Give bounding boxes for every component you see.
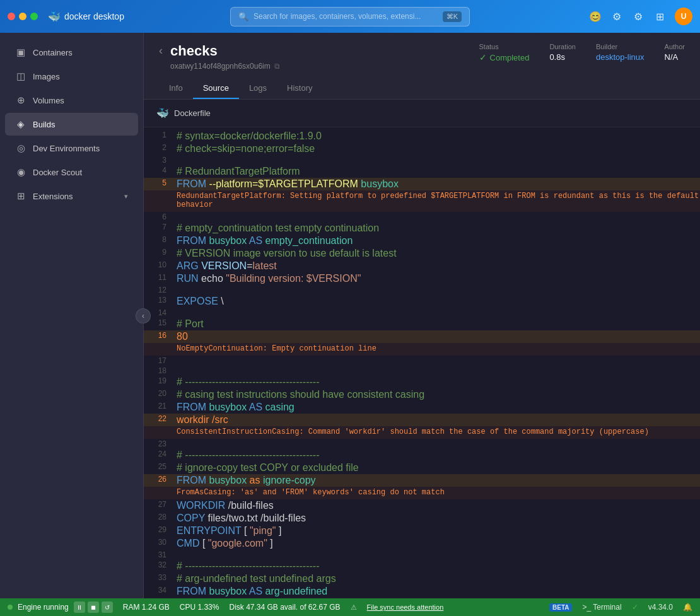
sidebar-label-extensions: Extensions [33,192,118,201]
builder-link[interactable]: desktop-linux [596,52,645,62]
code-line-20: 20 # casing test instructions should hav… [144,388,700,401]
error-line-5: RedundantTargetPlatform: Setting platfor… [144,190,700,212]
build-title: checks [170,43,479,59]
extensions-icon[interactable]: ⚙ [610,10,623,23]
code-line-10: 10 ARG VERSION=latest [144,260,700,272]
extensions-sidebar-icon: ⊞ [15,190,26,202]
tab-info[interactable]: Info [159,78,193,99]
minimize-button[interactable] [19,13,26,20]
sidebar-label-scout: Docker Scout [33,168,128,177]
settings-icon[interactable]: ⚙ [632,10,645,23]
sidebar-item-builds[interactable]: ◈ Builds [5,113,138,136]
traffic-lights [8,13,38,20]
support-icon[interactable]: 😊 [589,10,602,23]
code-line-28: 28 COPY files/two.txt /build-files [144,512,700,525]
code-line-27: 27 WORKDIR /build-files [144,499,700,512]
search-bar[interactable]: 🔍 Search for images, containers, volumes… [230,7,470,26]
app-logo: 🐳 docker desktop [48,11,124,23]
statusbar: Engine running ⏸ ⏹ ↺ RAM 1.24 GB CPU 1.3… [0,598,700,616]
code-line-32: 32 # -----------------------------------… [144,560,700,572]
terminal-button[interactable]: >_ Terminal [582,603,621,612]
code-line-19: 19 # -----------------------------------… [144,376,700,388]
status-group: Status ✓ Completed [479,43,530,62]
sync-label[interactable]: File sync needs attention [367,603,444,611]
code-line-31: 31 [144,550,700,560]
error-line-22: ConsistentInstructionCasing: Command 'wo… [144,426,700,439]
sidebar-collapse-button[interactable]: ‹ [136,308,151,323]
code-line-7: 7 # empty_continuation test empty contin… [144,222,700,235]
stop-button[interactable]: ⏹ [88,601,99,613]
back-button[interactable]: ‹ [159,44,163,57]
statusbar-right: BETA >_ Terminal ✓ v4.34.0 🔔 [549,603,692,612]
notification-icon[interactable]: 🔔 [683,603,692,612]
code-line-21: 21 FROM busybox AS casing [144,401,700,414]
sidebar-item-volumes[interactable]: ⊕ Volumes [5,89,138,112]
content-header: ‹ checks oxatwy114of48gpnh6sx0u6im ⧉ Sta… [144,33,700,100]
sidebar-item-dev-environments[interactable]: ◎ Dev Environments [5,137,138,160]
code-line-33: 33 # arg-undefined test undefined args [144,572,700,585]
beta-badge: BETA [549,603,572,612]
engine-status-dot [8,605,13,610]
dockerfile-header: 🐳 Dockerfile [144,100,700,127]
header-top: ‹ checks oxatwy114of48gpnh6sx0u6im ⧉ Sta… [159,43,685,71]
pause-button[interactable]: ⏸ [74,601,85,613]
avatar[interactable]: U [675,8,692,25]
build-id: oxatwy114of48gpnh6sx0u6im ⧉ [170,62,479,71]
whale-icon: 🐳 [156,107,169,119]
code-line-17: 17 [144,356,700,366]
search-icon: 🔍 [238,12,248,21]
code-line-5: 5 FROM --platform=$TARGETPLATFORM busybo… [144,178,700,190]
source-area: 🐳 Dockerfile 1 # syntax=docker/dockerfil… [144,100,700,598]
code-container[interactable]: 1 # syntax=docker/dockerfile:1.9.0 2 # c… [144,127,700,598]
code-line-23: 23 [144,439,700,449]
code-line-22: 22 workdir /src [144,414,700,426]
close-button[interactable] [8,13,15,20]
code-line-15: 15 # Port [144,318,700,330]
sidebar-item-docker-scout[interactable]: ◉ Docker Scout [5,161,138,183]
code-line-2: 2 # check=skip=none;error=false [144,142,700,155]
code-line-3: 3 [144,155,700,165]
images-icon: ◫ [15,71,26,82]
check-icon: ✓ [479,52,487,62]
restart-button[interactable]: ↺ [102,601,113,613]
tab-source[interactable]: Source [193,78,239,99]
sidebar: ▣ Containers ◫ Images ⊕ Volumes ◈ Builds… [0,33,144,598]
builder-group: Builder desktop-linux [596,43,645,62]
grid-icon[interactable]: ⊞ [653,10,666,23]
code-line-13: 13 EXPOSE \ [144,295,700,308]
cpu-label: CPU 1.33% [180,603,219,612]
code-line-9: 9 # VERSION image version to use default… [144,247,700,260]
code-line-29: 29 ENTRYPOINT [ "ping" ] [144,525,700,537]
code-line-11: 11 RUN echo "Building version: $VERSION" [144,272,700,285]
copy-icon[interactable]: ⧉ [274,62,280,71]
code-line-34: 34 FROM busybox AS arg-undefined [144,585,700,598]
volumes-icon: ⊕ [15,95,26,106]
search-kbd: ⌘K [443,11,462,22]
header-info: checks oxatwy114of48gpnh6sx0u6im ⧉ [170,43,479,71]
code-line-25: 25 # ignore-copy test COPY or excluded f… [144,462,700,474]
version-ok-icon: ✓ [632,603,638,612]
sidebar-label-builds: Builds [33,120,128,129]
code-line-8: 8 FROM busybox AS empty_continuation [144,235,700,247]
code-lines: 1 # syntax=docker/dockerfile:1.9.0 2 # c… [144,127,700,598]
builds-icon: ◈ [15,119,26,130]
maximize-button[interactable] [30,13,38,20]
dev-env-icon: ◎ [15,142,26,154]
sidebar-label-images: Images [33,72,128,81]
sidebar-item-images[interactable]: ◫ Images [5,65,138,88]
code-line-24: 24 # -----------------------------------… [144,449,700,462]
version-label: v4.34.0 [648,603,673,612]
engine-controls: ⏸ ⏹ ↺ [74,601,113,613]
code-line-4: 4 # RedundantTargetPlatform [144,165,700,178]
tab-logs[interactable]: Logs [239,78,277,99]
status-completed: ✓ Completed [479,52,530,62]
titlebar-actions: 😊 ⚙ ⚙ ⊞ U [589,8,692,25]
sidebar-item-extensions[interactable]: ⊞ Extensions ▾ [5,185,138,207]
sidebar-item-containers[interactable]: ▣ Containers [5,41,138,64]
tab-history[interactable]: History [277,78,322,99]
author-group: Author N/A [665,43,685,62]
code-line-14: 14 [144,308,700,318]
code-line-1: 1 # syntax=docker/dockerfile:1.9.0 [144,130,700,142]
extensions-chevron-icon: ▾ [124,192,128,200]
scout-icon: ◉ [15,166,26,178]
